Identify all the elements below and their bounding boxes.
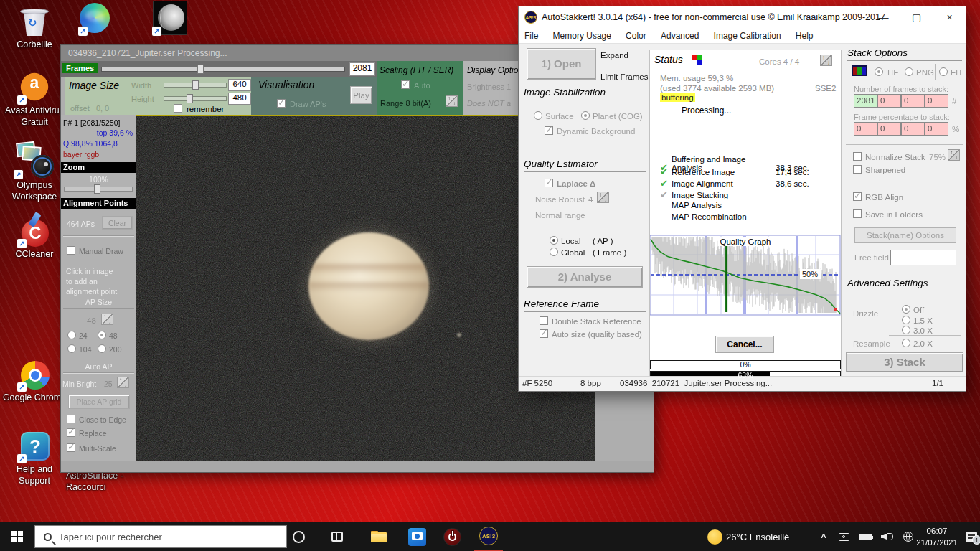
menu-file[interactable]: File [524,28,538,44]
frame-pct-input-4[interactable]: 0 [925,122,948,136]
ap-size-48-radio[interactable] [98,331,106,339]
local-ap-radio[interactable] [550,236,558,245]
place-ap-grid-button[interactable]: Place AP grid [68,395,130,409]
weather-text[interactable]: 26°C Ensoleillé [726,522,812,551]
zoom-slider-thumb[interactable] [94,184,100,194]
auto-size-checkbox[interactable] [540,329,548,338]
drizzle-15x-radio[interactable] [902,316,910,324]
range-stepper-icon[interactable] [446,95,458,107]
ap-size-24-radio[interactable] [67,331,76,339]
minimize-button[interactable]: — [867,6,900,28]
menu-memory-usage[interactable]: Memory Usage [553,28,611,44]
height-slider[interactable] [164,96,227,101]
frames-slider[interactable] [101,67,345,72]
cancel-button[interactable]: Cancel... [715,336,774,353]
autostakkert-titlebar[interactable]: AS!3 AutoStakkert! 3.0.14 (x64) - free f… [519,6,966,28]
height-value[interactable]: 480 [228,93,251,105]
cortana-button[interactable] [284,522,313,551]
play-button[interactable]: Play [350,86,372,104]
dynamic-background-checkbox[interactable] [545,126,553,135]
settings-app-button[interactable] [402,522,431,551]
desktop-icon-chrome[interactable]: ↗ Google Chrome [0,359,69,404]
drizzle-off-radio[interactable] [902,305,910,314]
png-radio[interactable] [905,67,913,76]
global-frame-radio[interactable] [550,248,558,256]
planet-cog-radio[interactable] [581,111,590,120]
ap-size-200-radio[interactable] [98,344,106,353]
draw-aps-checkbox[interactable] [277,99,286,108]
stack-name-options-button[interactable]: Stack(name) Options [854,227,956,243]
ap-size-104-radio[interactable] [67,344,76,353]
resample-20x-radio[interactable] [902,339,910,347]
desktop-icon-avast[interactable]: a ↗ Avast Antivirus Gratuit [0,72,69,128]
menu-advanced[interactable]: Advanced [661,28,699,44]
analyse-button[interactable]: 2) Analyse [527,266,643,288]
menu-image-calibration[interactable]: Image Calibration [714,28,781,44]
notification-center-button[interactable]: 1 [963,522,980,551]
desktop-icon-corbeille[interactable]: ↻ Corbeille [0,6,69,51]
free-field-input[interactable] [890,250,956,265]
wireless-display-button[interactable] [834,522,854,551]
expand-label[interactable]: Expand [600,51,628,60]
tif-radio[interactable] [875,67,883,76]
battery-button[interactable] [855,522,875,551]
min-bright-stepper-icon[interactable] [117,377,129,388]
clock[interactable]: 06:07 21/07/2021 [911,525,963,548]
surface-radio[interactable] [534,111,542,120]
cores-stepper-icon[interactable] [820,55,832,66]
multi-scale-checkbox[interactable] [67,443,75,452]
height-slider-thumb[interactable] [187,94,193,103]
limit-frames-label[interactable]: Limit Frames [600,72,648,81]
frame-pct-input-2[interactable]: 0 [877,122,901,136]
sharpened-checkbox[interactable] [853,165,862,174]
normalize-stepper-icon[interactable] [948,149,960,161]
start-button[interactable] [0,522,34,551]
rgb-align-checkbox[interactable] [853,192,862,201]
close-to-edge-checkbox[interactable] [67,415,75,423]
desktop-icon-help[interactable]: ? ↗ Help and Support [0,430,69,486]
frames-slider-thumb[interactable] [197,65,204,74]
volume-button[interactable] [877,522,897,551]
stack-button[interactable]: 3) Stack [846,352,963,372]
ap-size-stepper-icon[interactable] [101,314,113,325]
autostakkert-taskbar-button[interactable]: AS!3 [474,522,503,551]
close-button[interactable]: × [933,6,966,28]
drizzle-30x-radio[interactable] [902,326,910,334]
menu-help[interactable]: Help [796,28,814,44]
desktop-icon-olympus[interactable]: ↗ Olympus Workspace [0,141,69,202]
desktop-icon-edge[interactable]: ↗ [63,3,128,34]
menu-color[interactable]: Color [626,28,646,44]
normalize-stack-checkbox[interactable] [853,152,862,161]
remember-checkbox[interactable] [174,104,182,113]
width-slider-thumb[interactable] [192,80,199,90]
fit-radio[interactable] [939,67,948,76]
desktop-icon-ccleaner[interactable]: C ↗ CCleaner [0,215,69,260]
search-input[interactable] [59,532,260,542]
task-view-button[interactable] [323,522,352,551]
manual-draw-checkbox[interactable] [67,246,75,255]
frame-pct-input-3[interactable]: 0 [901,122,925,136]
laplace-checkbox[interactable] [545,179,553,187]
frames-to-stack-input-3[interactable]: 0 [901,94,925,108]
taskbar-search[interactable] [34,525,287,548]
frames-value-input[interactable]: 2081 [349,62,375,76]
save-in-folders-checkbox[interactable] [853,209,862,218]
width-value[interactable]: 640 [228,79,251,91]
frames-to-stack-input-2[interactable]: 0 [877,94,901,108]
frames-to-stack-input-4[interactable]: 0 [925,94,948,108]
maximize-button[interactable]: ▢ [900,6,933,28]
frame-pct-input-1[interactable]: 0 [854,122,877,136]
power-app-button[interactable] [438,522,466,551]
noise-robust-stepper-icon[interactable] [597,192,609,203]
replace-checkbox[interactable] [67,428,75,437]
clear-button[interactable]: Clear [102,216,133,230]
auto-scaling-checkbox[interactable] [401,80,410,89]
desktop-icon-astrosurface-label[interactable]: AstroSurface - Raccourci [66,471,138,493]
double-stack-reference-checkbox[interactable] [540,316,548,325]
tray-chevron-button[interactable]: ^ [815,522,832,551]
open-button[interactable]: 1) Open [527,48,596,80]
desktop-icon-moon-atlas[interactable]: ↗ [138,1,202,34]
file-explorer-button[interactable] [364,522,393,551]
weather-button[interactable] [703,522,726,551]
frames-to-stack-input-1[interactable]: 2081 [854,94,877,108]
